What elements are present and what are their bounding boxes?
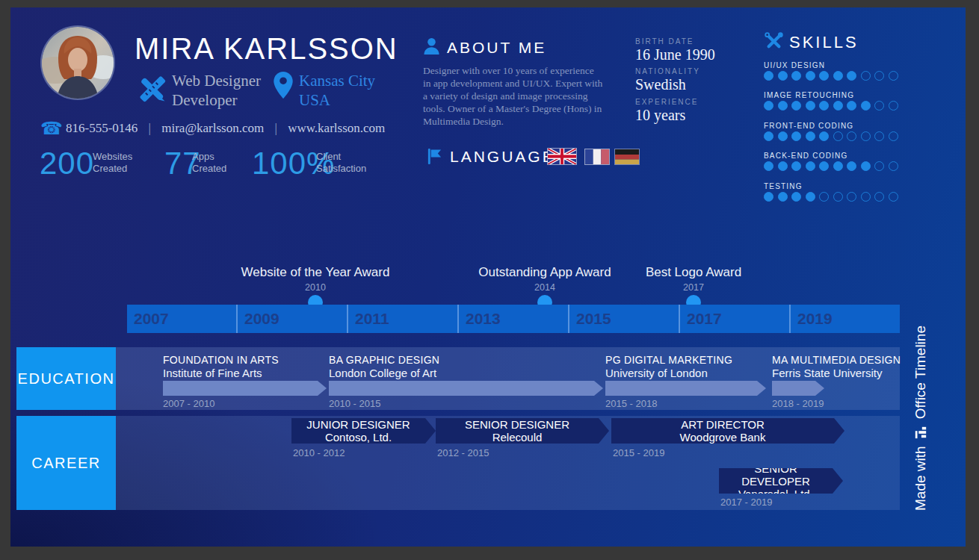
skill-dot-filled bbox=[819, 71, 829, 81]
location-line-2: USA bbox=[299, 90, 375, 110]
skill-dot-filled bbox=[847, 101, 856, 111]
education-title: FOUNDATION IN ARTS bbox=[163, 354, 279, 366]
nationality-value: Swedish bbox=[635, 76, 686, 93]
education-title: BA GRAPHIC DESIGN bbox=[329, 354, 439, 366]
timeline-year: 2013 bbox=[459, 310, 501, 328]
skill-rating bbox=[764, 131, 898, 141]
skill-rating bbox=[764, 192, 898, 202]
career-bar: SENIOR DESIGNER Relecould bbox=[436, 418, 609, 444]
career-dates: 2015 - 2019 bbox=[613, 447, 664, 458]
skill-label: IMAGE RETOUCHING bbox=[764, 91, 854, 99]
education-title: MA MULTIMEDIA DESIGN bbox=[772, 354, 901, 366]
skill-dot-filled bbox=[819, 161, 829, 171]
skill-label: FRONT-END CODING bbox=[764, 122, 853, 130]
career-title: JUNIOR DESIGNER bbox=[291, 418, 425, 431]
skill-dot-filled bbox=[791, 161, 801, 171]
germany-flag bbox=[615, 149, 639, 164]
skill-dot-filled bbox=[806, 192, 815, 202]
skill-dot-filled bbox=[806, 101, 815, 111]
experience-label: EXPERIENCE bbox=[635, 98, 698, 106]
milestone-title: Best Logo Award bbox=[646, 265, 741, 280]
location-pin-icon bbox=[274, 72, 293, 99]
skill-dot-filled bbox=[791, 71, 801, 81]
education-dates: 2018 - 2019 bbox=[772, 398, 824, 409]
skill-dot-filled bbox=[806, 161, 815, 171]
education-org: University of London bbox=[605, 367, 708, 379]
milestone-year: 2010 bbox=[305, 282, 326, 293]
skill-dot-filled bbox=[778, 192, 788, 202]
flag-icon bbox=[426, 148, 443, 165]
timeline-year: 2007 bbox=[127, 310, 169, 328]
skill-dot-empty bbox=[889, 71, 898, 81]
made-with-text: Made with bbox=[912, 446, 929, 511]
career-bar: ART DIRECTOR Woodgrove Bank bbox=[611, 418, 844, 444]
career-bar: SENIOR DEVELOPER Vanarsdel, Ltd. bbox=[719, 468, 843, 494]
education-org: Institute of Fine Arts bbox=[163, 367, 262, 379]
made-with-branding: Made with Office Timeline bbox=[909, 329, 932, 508]
skill-dot-empty bbox=[874, 161, 884, 171]
skill-dot-filled bbox=[778, 101, 788, 111]
experience-value: 10 years bbox=[635, 107, 685, 124]
education-title: PG DIGITAL MARKETING bbox=[605, 354, 732, 366]
milestone-year: 2014 bbox=[534, 282, 555, 293]
career-org: Relecould bbox=[436, 431, 599, 444]
skill-dot-filled bbox=[778, 131, 788, 141]
email: mira@karlsson.com bbox=[161, 121, 264, 135]
designer-tools-icon bbox=[136, 72, 169, 105]
skill-dot-filled bbox=[806, 71, 815, 81]
stat-websites-label: Websites bbox=[93, 151, 132, 163]
education-bar bbox=[772, 381, 824, 396]
timeline-year: 2009 bbox=[238, 310, 280, 328]
skill-dot-empty bbox=[874, 71, 884, 81]
education-label: EDUCATION bbox=[16, 347, 116, 410]
person-icon bbox=[423, 37, 440, 55]
skill-rating bbox=[764, 71, 898, 81]
skill-dot-filled bbox=[791, 101, 801, 111]
career-bar: JUNIOR DESIGNER Contoso, Ltd. bbox=[291, 418, 436, 444]
office-timeline-icon bbox=[914, 426, 927, 439]
education-band bbox=[16, 347, 900, 410]
contact-row: 816-555-0146 | mira@karlsson.com | www.k… bbox=[66, 121, 385, 136]
stat-satisfaction-label: Client bbox=[316, 151, 366, 163]
skill-dot-filled bbox=[819, 131, 829, 141]
career-dates: 2010 - 2012 bbox=[293, 447, 345, 458]
career-label: CAREER bbox=[16, 416, 116, 510]
education-org: London College of Art bbox=[329, 367, 436, 379]
skill-dot-filled bbox=[791, 131, 801, 141]
skill-dot-filled bbox=[764, 192, 773, 202]
timeline-year: 2011 bbox=[348, 310, 389, 328]
skill-dot-filled bbox=[819, 101, 829, 111]
career-org: Contoso, Ltd. bbox=[291, 431, 425, 444]
stat-apps-label: Apps bbox=[192, 151, 226, 163]
education-dates: 2007 - 2010 bbox=[163, 398, 214, 409]
skill-dot-filled bbox=[764, 131, 773, 141]
birth-date-value: 16 June 1990 bbox=[635, 46, 715, 63]
skill-dot-filled bbox=[778, 71, 788, 81]
france-flag bbox=[585, 149, 609, 164]
skill-dot-empty bbox=[847, 192, 856, 202]
skills-title: SKILLS bbox=[789, 33, 859, 52]
education-dates: 2010 - 2015 bbox=[329, 398, 380, 409]
skill-label: BACK-END CODING bbox=[764, 152, 847, 160]
skill-dot-filled bbox=[861, 161, 871, 171]
nationality-label: NATIONALITY bbox=[635, 67, 700, 75]
skill-dot-filled bbox=[764, 101, 773, 111]
separator: | bbox=[267, 121, 284, 135]
skill-dot-filled bbox=[764, 161, 773, 171]
skill-dot-empty bbox=[889, 131, 898, 141]
skill-dot-filled bbox=[847, 71, 856, 81]
skill-dot-filled bbox=[778, 161, 788, 171]
about-me-text: Designer with over 10 years of experienc… bbox=[423, 64, 604, 128]
stat-websites-value: 200 bbox=[40, 146, 94, 181]
timeline-axis: 2007 2009 2011 2013 2015 2017 2019 bbox=[127, 305, 900, 333]
skill-rating bbox=[764, 161, 898, 171]
skill-dot-empty bbox=[861, 192, 871, 202]
about-me-title: ABOUT ME bbox=[447, 39, 546, 57]
education-bar bbox=[329, 381, 603, 396]
skill-dot-empty bbox=[861, 131, 871, 141]
education-dates: 2015 - 2018 bbox=[605, 398, 657, 409]
separator: | bbox=[141, 121, 158, 135]
milestone-title: Outstanding App Award bbox=[478, 265, 611, 280]
education-bar bbox=[163, 381, 327, 396]
skill-dot-filled bbox=[861, 101, 871, 111]
